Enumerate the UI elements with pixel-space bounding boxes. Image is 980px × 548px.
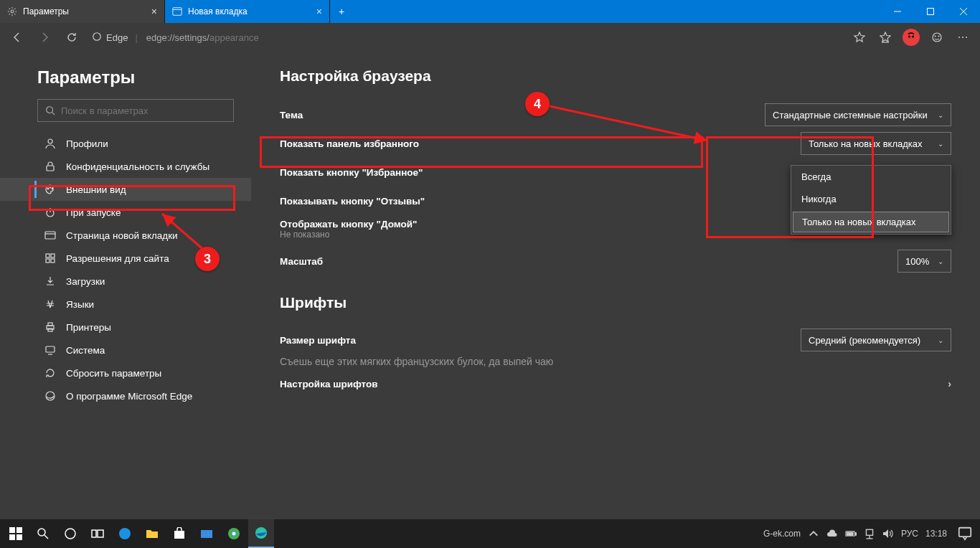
sidebar-item-privacy[interactable]: Конфиденциальность и службы bbox=[0, 155, 251, 178]
theme-dropdown[interactable]: Стандартные системные настройки ⌄ bbox=[765, 103, 951, 126]
sidebar-item-profiles[interactable]: Профили bbox=[0, 132, 251, 155]
svg-point-10 bbox=[912, 36, 914, 38]
cortana-button[interactable] bbox=[57, 519, 83, 548]
taskbar-app-chrome[interactable] bbox=[221, 519, 247, 548]
nav-label: Внешний вид bbox=[66, 184, 126, 195]
minimize-button[interactable] bbox=[881, 0, 914, 23]
svg-rect-28 bbox=[46, 254, 50, 258]
tab-settings[interactable]: Параметры × bbox=[0, 0, 165, 23]
battery-icon[interactable] bbox=[845, 528, 857, 539]
svg-rect-62 bbox=[959, 528, 971, 537]
setting-fav-panel: Показать панель избранного Только на нов… bbox=[280, 129, 951, 158]
address-bar[interactable]: Edge | edge://settings/appearance bbox=[88, 27, 844, 47]
svg-point-22 bbox=[50, 186, 51, 188]
setting-label: Тема bbox=[280, 110, 303, 121]
refresh-button[interactable] bbox=[60, 26, 83, 49]
setting-theme: Тема Стандартные системные настройки ⌄ bbox=[280, 100, 951, 129]
close-window-button[interactable] bbox=[947, 0, 980, 23]
dropdown-option-never[interactable]: Никогда bbox=[791, 188, 951, 210]
dropdown-value: Стандартные системные настройки bbox=[773, 110, 928, 121]
taskbar-app-mail[interactable] bbox=[194, 519, 220, 548]
svg-point-49 bbox=[119, 528, 131, 539]
permissions-icon bbox=[44, 252, 56, 264]
taskbar-clock[interactable]: 13:18 bbox=[925, 529, 947, 539]
sidebar-item-startup[interactable]: При запуске bbox=[0, 201, 251, 224]
sidebar-item-site-perms[interactable]: Разрешения для сайта bbox=[0, 247, 251, 270]
tab-page-icon bbox=[172, 6, 182, 16]
sidebar-item-newtab[interactable]: Страница новой вкладки bbox=[0, 224, 251, 247]
svg-rect-29 bbox=[51, 254, 55, 258]
taskbar-app-edge-legacy[interactable] bbox=[112, 519, 138, 548]
font-size-dropdown[interactable]: Средний (рекомендуется) ⌄ bbox=[801, 329, 951, 351]
volume-icon[interactable] bbox=[882, 528, 894, 539]
action-center-button[interactable] bbox=[957, 519, 973, 548]
dropdown-value: Только на новых вкладках bbox=[809, 138, 923, 149]
sidebar-item-downloads[interactable]: Загрузки bbox=[0, 270, 251, 293]
nav-label: Принтеры bbox=[66, 322, 111, 333]
back-button[interactable] bbox=[6, 26, 29, 49]
svg-point-7 bbox=[93, 32, 101, 40]
person-icon bbox=[44, 138, 56, 149]
svg-rect-31 bbox=[51, 259, 55, 263]
svg-rect-48 bbox=[98, 530, 103, 537]
dropdown-option-newtabs[interactable]: Только на новых вкладках bbox=[793, 212, 949, 232]
svg-line-18 bbox=[52, 113, 55, 115]
sidebar: Параметры Профили Конфиденциальность и с… bbox=[0, 52, 251, 519]
tray-expand-icon[interactable] bbox=[808, 528, 819, 539]
titlebar: Параметры × Новая вкладка × + bbox=[0, 0, 980, 23]
zoom-dropdown[interactable]: 100% ⌄ bbox=[897, 250, 951, 273]
svg-point-19 bbox=[48, 139, 52, 143]
start-button[interactable] bbox=[3, 519, 29, 548]
feedback-button[interactable] bbox=[925, 26, 948, 49]
svg-point-37 bbox=[46, 392, 55, 400]
edge-icon bbox=[44, 390, 56, 402]
taskbar-app-store[interactable] bbox=[166, 519, 192, 548]
taskbar-app-edge[interactable] bbox=[248, 519, 274, 548]
menu-button[interactable] bbox=[951, 26, 974, 49]
sidebar-item-printers[interactable]: Принтеры bbox=[0, 316, 251, 339]
setting-sublabel: Не показано bbox=[280, 230, 329, 240]
svg-point-54 bbox=[232, 532, 236, 536]
close-icon[interactable]: × bbox=[316, 6, 322, 17]
maximize-button[interactable] bbox=[914, 0, 947, 23]
svg-point-46 bbox=[65, 529, 75, 539]
nav-label: Конфиденциальность и службы bbox=[66, 161, 209, 172]
fav-panel-dropdown[interactable]: Только на новых вкладках ⌄ bbox=[801, 132, 951, 155]
chevron-down-icon: ⌄ bbox=[938, 140, 943, 148]
setting-label: Настройка шрифтов bbox=[280, 379, 378, 389]
sidebar-item-appearance[interactable]: Внешний вид bbox=[0, 178, 251, 201]
sidebar-title: Параметры bbox=[37, 67, 251, 88]
favorite-button[interactable] bbox=[848, 26, 871, 49]
new-tab-button[interactable]: + bbox=[330, 0, 353, 23]
palette-icon bbox=[44, 184, 56, 195]
profile-avatar[interactable] bbox=[900, 26, 923, 49]
tab-newtab[interactable]: Новая вкладка × bbox=[165, 0, 330, 23]
svg-rect-30 bbox=[46, 259, 50, 263]
svg-point-12 bbox=[935, 36, 936, 37]
forward-button[interactable] bbox=[33, 26, 56, 49]
close-icon[interactable]: × bbox=[151, 6, 157, 17]
sidebar-item-languages[interactable]: Языки bbox=[0, 293, 251, 316]
sidebar-item-system[interactable]: Система bbox=[0, 339, 251, 362]
sidebar-item-about[interactable]: О программе Microsoft Edge bbox=[0, 384, 251, 407]
search-button[interactable] bbox=[30, 519, 56, 548]
favorites-bar-button[interactable] bbox=[874, 26, 897, 49]
svg-rect-50 bbox=[174, 531, 184, 539]
svg-point-44 bbox=[38, 529, 45, 536]
svg-rect-41 bbox=[17, 527, 22, 533]
search-icon bbox=[45, 105, 55, 115]
setting-font-custom[interactable]: Настройка шрифтов › bbox=[280, 369, 951, 399]
taskbar-app-explorer[interactable] bbox=[139, 519, 165, 548]
onedrive-icon[interactable] bbox=[826, 528, 838, 539]
taskbar-lang[interactable]: РУС bbox=[901, 529, 918, 539]
fav-panel-dropdown-menu: Всегда Никогда Только на новых вкладках bbox=[791, 165, 951, 235]
network-icon[interactable] bbox=[864, 528, 875, 539]
taskview-button[interactable] bbox=[85, 519, 110, 548]
settings-search[interactable] bbox=[37, 99, 234, 122]
settings-search-input[interactable] bbox=[61, 105, 226, 116]
svg-rect-43 bbox=[17, 534, 22, 540]
dropdown-value: Средний (рекомендуется) bbox=[809, 335, 920, 346]
sidebar-item-reset[interactable]: Сбросить параметры bbox=[0, 362, 251, 384]
tab-title: Параметры bbox=[23, 6, 146, 16]
dropdown-option-always[interactable]: Всегда bbox=[791, 166, 951, 188]
